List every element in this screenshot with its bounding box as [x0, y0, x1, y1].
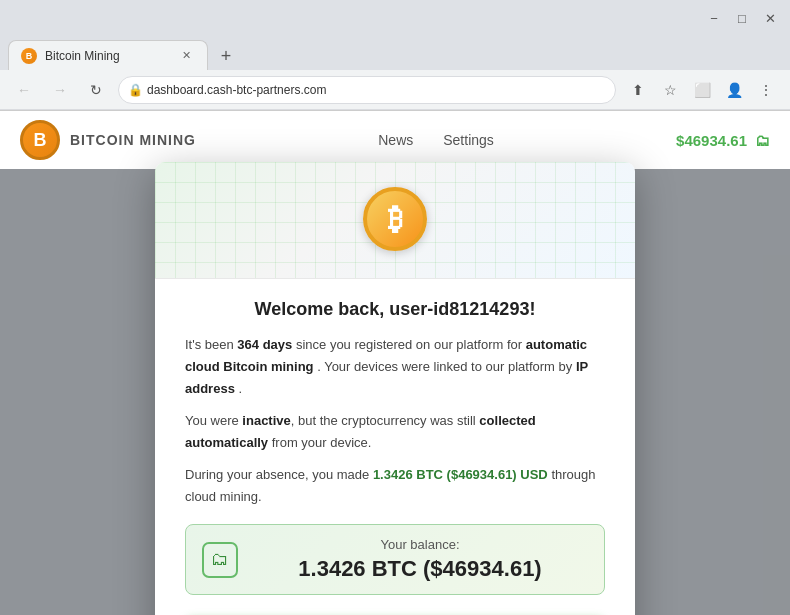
- bookmark-button[interactable]: ☆: [656, 76, 684, 104]
- balance-amount: 1.3426 BTC ($46934.61): [252, 556, 588, 582]
- tab-title: Bitcoin Mining: [45, 49, 169, 63]
- tabs-bar: B Bitcoin Mining ✕ +: [0, 36, 790, 70]
- info-paragraph-3: During your absence, you made 1.3426 BTC…: [185, 464, 605, 508]
- earned-amount: 1.3426 BTC ($46934.61) USD: [373, 467, 548, 482]
- welcome-modal: ₿ Welcome back, user-id81214293! It's be…: [155, 162, 635, 615]
- close-button[interactable]: ✕: [758, 6, 782, 30]
- site-nav: News Settings: [378, 132, 494, 148]
- site-balance: $46934.61 🗂: [676, 132, 770, 149]
- address-bar: ← → ↻ 🔒 dashboard.cash-btc-partners.com …: [0, 70, 790, 110]
- collected-bold: collected automatically: [185, 413, 536, 450]
- modal-body: Welcome back, user-id81214293! It's been…: [155, 279, 635, 615]
- profile-button[interactable]: 👤: [720, 76, 748, 104]
- site-logo: B BITCOIN MINING: [20, 120, 196, 160]
- share-button[interactable]: ⬆: [624, 76, 652, 104]
- browser-chrome: − □ ✕ B Bitcoin Mining ✕ + ← →: [0, 0, 790, 111]
- background-content: BTC Online users: 239 ₿ Welcome back, us…: [0, 169, 790, 615]
- website-content: B BITCOIN MINING News Settings $46934.61…: [0, 111, 790, 615]
- toolbar-actions: ⬆ ☆ ⬜ 👤 ⋮: [624, 76, 780, 104]
- bitcoin-logo: ₿: [363, 187, 427, 251]
- address-bar-wrap: 🔒 dashboard.cash-btc-partners.com: [118, 76, 616, 104]
- days-bold: 364 days: [237, 337, 292, 352]
- forward-button[interactable]: →: [46, 76, 74, 104]
- back-button[interactable]: ←: [10, 76, 38, 104]
- window-controls: − □ ✕: [702, 6, 782, 30]
- minimize-button[interactable]: −: [702, 6, 726, 30]
- tablet-button[interactable]: ⬜: [688, 76, 716, 104]
- nav-news[interactable]: News: [378, 132, 413, 148]
- logo-circle: B: [20, 120, 60, 160]
- balance-info: Your balance: 1.3426 BTC ($46934.61): [252, 537, 588, 582]
- site-header: B BITCOIN MINING News Settings $46934.61…: [0, 111, 790, 169]
- tab-favicon: B: [21, 48, 37, 64]
- wallet-header-icon: 🗂: [755, 132, 770, 149]
- url-display[interactable]: dashboard.cash-btc-partners.com: [118, 76, 616, 104]
- modal-header: ₿: [155, 162, 635, 279]
- site-title: BITCOIN MINING: [70, 132, 196, 148]
- new-tab-button[interactable]: +: [212, 42, 240, 70]
- modal-overlay: ₿ Welcome back, user-id81214293! It's be…: [0, 169, 790, 615]
- balance-label: Your balance:: [252, 537, 588, 552]
- balance-box: 🗂 Your balance: 1.3426 BTC ($46934.61): [185, 524, 605, 595]
- welcome-title: Welcome back, user-id81214293!: [185, 299, 605, 320]
- more-button[interactable]: ⋮: [752, 76, 780, 104]
- wallet-icon: 🗂: [202, 542, 238, 578]
- active-tab[interactable]: B Bitcoin Mining ✕: [8, 40, 208, 70]
- lock-icon: 🔒: [128, 83, 143, 97]
- nav-settings[interactable]: Settings: [443, 132, 494, 148]
- inactive-bold: inactive: [242, 413, 290, 428]
- tab-close-button[interactable]: ✕: [177, 47, 195, 65]
- title-bar: − □ ✕: [0, 0, 790, 36]
- info-paragraph-1: It's been 364 days since you registered …: [185, 334, 605, 400]
- restore-button[interactable]: □: [730, 6, 754, 30]
- refresh-button[interactable]: ↻: [82, 76, 110, 104]
- info-paragraph-2: You were inactive, but the cryptocurrenc…: [185, 410, 605, 454]
